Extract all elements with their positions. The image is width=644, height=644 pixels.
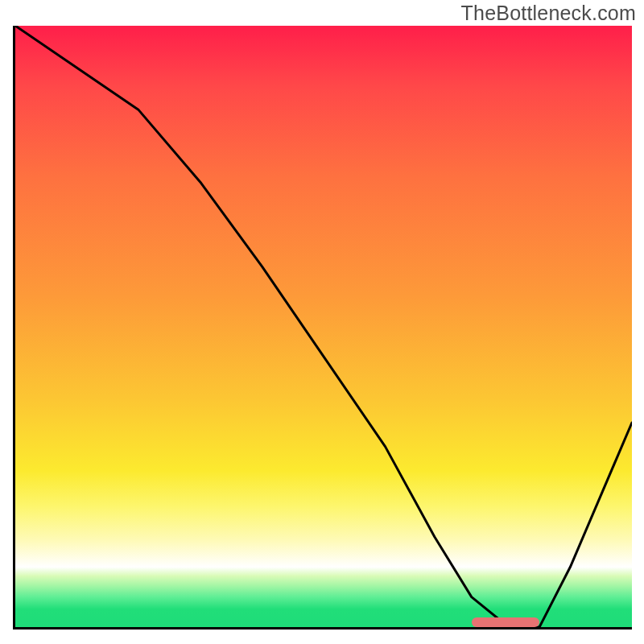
optimal-zone-marker — [472, 617, 539, 627]
chart-axes — [13, 26, 632, 630]
watermark-text: TheBottleneck.com — [461, 2, 636, 25]
bottleneck-chart: TheBottleneck.com — [0, 0, 644, 644]
